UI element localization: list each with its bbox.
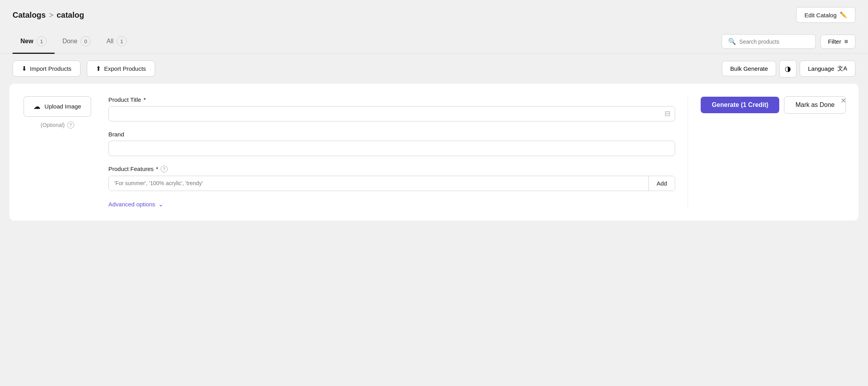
mark-as-done-button[interactable]: Mark as Done — [784, 96, 846, 114]
upload-image-button[interactable]: ☁ Upload Image — [24, 96, 91, 117]
brand-group: Brand — [108, 131, 675, 156]
filter-label: Filter — [828, 38, 841, 45]
actions-row: ⬇ Import Products ⬆ Export Products Bulk… — [0, 54, 868, 84]
actions-left: ⬇ Import Products ⬆ Export Products — [13, 61, 155, 77]
tabs-left: New 1 Done 0 All 1 — [13, 30, 135, 53]
tab-done-badge: 0 — [81, 36, 91, 46]
breadcrumb-separator: > — [49, 11, 53, 20]
upload-icon: ☁ — [33, 102, 40, 111]
product-title-group: Product Title * ⊟ — [108, 96, 675, 121]
search-input[interactable] — [739, 39, 809, 45]
product-title-required: * — [143, 96, 146, 103]
export-products-button[interactable]: ⬆ Export Products — [87, 61, 155, 77]
export-label: Export Products — [104, 65, 146, 72]
bulk-generate-label: Bulk Generate — [730, 65, 768, 72]
product-features-input[interactable] — [109, 176, 648, 191]
form-right-header: Generate (1 Credit) Mark as Done — [701, 96, 846, 114]
brand-label: Brand — [108, 131, 675, 138]
edit-catalog-button[interactable]: Edit Catalog ✏️ — [796, 7, 855, 23]
close-button[interactable]: × — [841, 96, 846, 105]
search-box[interactable]: 🔍 — [722, 34, 816, 49]
add-feature-button[interactable]: Add — [648, 176, 675, 191]
main-content: ☁ Upload Image (Optional) ? Product Titl… — [9, 84, 859, 221]
language-icon: 文A — [837, 65, 847, 72]
tab-done-label: Done — [62, 38, 77, 45]
advanced-options-button[interactable]: Advanced options ⌄ — [108, 200, 163, 208]
form-middle: Product Title * ⊟ Brand Product Features… — [108, 96, 688, 208]
tab-new[interactable]: New 1 — [13, 30, 55, 54]
product-title-label: Product Title * — [108, 96, 675, 103]
import-icon: ⬇ — [22, 65, 27, 72]
tab-new-badge: 1 — [37, 36, 47, 46]
optional-label: (Optional) ? — [40, 121, 74, 129]
product-features-info-icon[interactable]: ? — [161, 165, 168, 173]
form-left: ☁ Upload Image (Optional) ? — [22, 96, 108, 208]
breadcrumb-current: catalog — [57, 11, 84, 20]
export-icon: ⬆ — [96, 65, 101, 72]
brand-input[interactable] — [108, 141, 675, 156]
breadcrumb: Catalogs > catalog — [13, 11, 84, 20]
edit-catalog-label: Edit Catalog — [804, 12, 837, 18]
actions-right: Bulk Generate ◑ Language 文A — [722, 60, 855, 77]
tabs-row: New 1 Done 0 All 1 🔍 Filter ≡ — [0, 30, 868, 54]
upload-label: Upload Image — [44, 103, 81, 110]
product-form-area: ☁ Upload Image (Optional) ? Product Titl… — [22, 96, 846, 208]
features-input-row: Add — [108, 176, 675, 191]
product-title-card-icon: ⊟ — [665, 109, 670, 118]
language-button[interactable]: Language 文A — [800, 61, 855, 77]
filter-icon: ≡ — [844, 38, 848, 45]
tab-done[interactable]: Done 0 — [55, 30, 99, 54]
edit-icon: ✏️ — [840, 11, 847, 18]
bulk-generate-button[interactable]: Bulk Generate — [722, 61, 776, 76]
theme-icon: ◑ — [785, 64, 791, 73]
tabs-right: 🔍 Filter ≡ — [722, 34, 855, 49]
chevron-down-icon: ⌄ — [158, 200, 163, 208]
product-features-required: * — [156, 165, 158, 172]
tab-all-badge: 1 — [117, 36, 127, 46]
language-label: Language — [808, 65, 834, 72]
advanced-options-label: Advanced options — [108, 201, 155, 208]
import-products-button[interactable]: ⬇ Import Products — [13, 61, 81, 77]
optional-info-icon[interactable]: ? — [67, 121, 74, 129]
breadcrumb-parent[interactable]: Catalogs — [13, 11, 46, 20]
filter-button[interactable]: Filter ≡ — [820, 35, 855, 49]
theme-toggle-button[interactable]: ◑ — [779, 60, 797, 77]
import-label: Import Products — [30, 65, 71, 72]
product-title-input-wrapper: ⊟ — [108, 106, 675, 121]
product-features-label: Product Features * ? — [108, 165, 675, 173]
product-features-group: Product Features * ? Add — [108, 165, 675, 191]
generate-button[interactable]: Generate (1 Credit) — [701, 97, 779, 113]
tab-all[interactable]: All 1 — [99, 30, 135, 54]
top-bar: Catalogs > catalog Edit Catalog ✏️ — [0, 0, 868, 30]
form-right: Generate (1 Credit) Mark as Done — [688, 96, 846, 208]
product-title-input[interactable] — [108, 106, 675, 121]
search-icon: 🔍 — [728, 38, 736, 45]
tab-new-label: New — [20, 38, 33, 45]
close-icon: × — [841, 96, 846, 105]
tab-all-label: All — [106, 38, 114, 45]
